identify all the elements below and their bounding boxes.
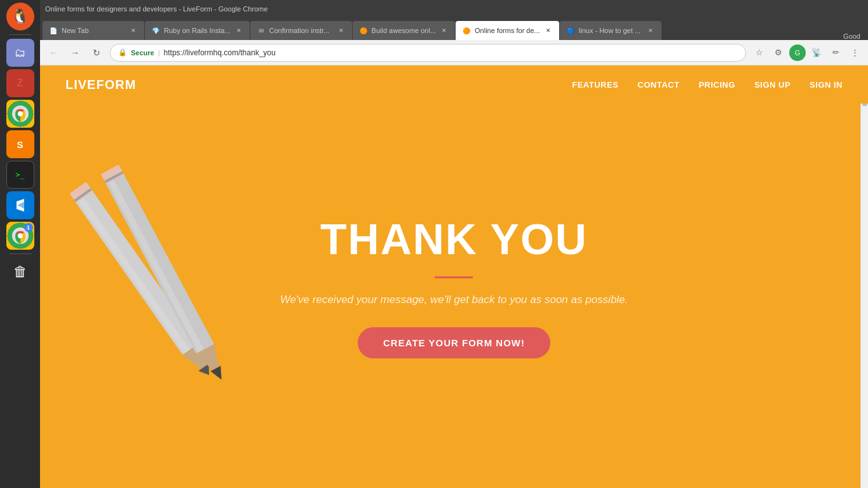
- site-nav: FEATURES CONTACT PRICING SIGN UP SIGN IN: [572, 80, 843, 90]
- tab-ruby-label: Ruby on Rails Insta...: [164, 27, 231, 34]
- tab-ruby-favicon: 💎: [151, 26, 160, 35]
- tab-gmail-favicon: ✉: [257, 26, 266, 35]
- address-field[interactable]: 🔒 Secure | https://liveformhq.com/thank_…: [110, 44, 746, 62]
- more-icon[interactable]: ⋮: [846, 44, 863, 61]
- tab-liveform-active[interactable]: 🟠 Online forms for de... ✕: [456, 21, 559, 40]
- tab-new-favicon: 📄: [49, 26, 58, 35]
- tab-lf-active-favicon: 🟠: [462, 26, 471, 35]
- dock-item-terminal[interactable]: >_: [6, 161, 34, 189]
- tab-gmail-close[interactable]: ✕: [337, 26, 346, 35]
- address-url: https://liveformhq.com/thank_you: [164, 48, 276, 57]
- address-actions: ☆ ⚙ G 📡 ✏ ⋮: [751, 44, 863, 61]
- bookmark-icon[interactable]: ☆: [751, 44, 768, 61]
- site-navbar: LIVEFORM FEATURES CONTACT PRICING SIGN U…: [40, 65, 868, 104]
- tab-new-tab[interactable]: 📄 New Tab ✕: [43, 21, 144, 40]
- svg-point-3: [18, 233, 23, 238]
- tab-bar: 📄 New Tab ✕ 💎 Ruby on Rails Insta... ✕ ✉…: [40, 17, 868, 40]
- cast-icon[interactable]: 📡: [808, 44, 825, 61]
- pen-icon[interactable]: ✏: [827, 44, 844, 61]
- dock-item-chrome2[interactable]: 1: [6, 222, 34, 250]
- dock-item-trash[interactable]: 🗑: [6, 258, 34, 286]
- tab-new-label: New Tab: [62, 27, 89, 34]
- tab-bar-good: Good: [838, 32, 865, 40]
- website-content: LIVEFORM FEATURES CONTACT PRICING SIGN U…: [40, 65, 868, 488]
- tab-gmail[interactable]: ✉ Confirmation instr... ✕: [250, 21, 352, 40]
- tab-lf-build-favicon: 🟠: [359, 26, 368, 35]
- extensions-icon[interactable]: ⚙: [770, 44, 787, 61]
- reload-button[interactable]: ↻: [88, 44, 105, 61]
- window-title: Online forms for designers and developer…: [45, 5, 268, 13]
- address-separator: |: [158, 49, 160, 57]
- hero-subtitle: We've received your message, we'll get b…: [280, 291, 628, 308]
- tab-lf-active-label: Online forms for de...: [475, 27, 540, 34]
- dock-item-slides[interactable]: S: [6, 130, 34, 158]
- dock-item-files[interactable]: 🗂: [6, 39, 34, 67]
- nav-signup[interactable]: SIGN UP: [754, 80, 790, 90]
- tab-linux-label: linux - How to get ...: [579, 27, 641, 34]
- secure-label: Secure: [131, 49, 154, 57]
- hero-content: THANK YOU We've received your message, w…: [280, 214, 628, 358]
- os-dock: 🐧 🗂 Z S >_ 1 🗑: [0, 0, 40, 488]
- secure-icon: 🔒: [118, 48, 127, 57]
- back-button[interactable]: ←: [45, 44, 62, 61]
- tab-gmail-label: Confirmation instr...: [269, 27, 330, 34]
- nav-features[interactable]: FEATURES: [572, 80, 618, 90]
- forward-button[interactable]: →: [67, 44, 83, 61]
- site-logo[interactable]: LIVEFORM: [65, 78, 136, 92]
- scrollbar[interactable]: [860, 65, 868, 488]
- nav-contact[interactable]: CONTACT: [637, 80, 679, 90]
- hero-divider: [435, 276, 473, 278]
- dock-separator2: [9, 254, 32, 254]
- cta-button[interactable]: CREATE YOUR FORM NOW!: [358, 327, 550, 358]
- tab-new-close[interactable]: ✕: [129, 26, 138, 35]
- chrome-titlebar: Online forms for designers and developer…: [40, 0, 868, 17]
- hero-section: LIVEFORM FEATURES CONTACT PRICING SIGN U…: [40, 65, 868, 488]
- tab-liveform-build[interactable]: 🟠 Build awesome onl... ✕: [353, 21, 456, 40]
- dock-item-zeal[interactable]: Z: [6, 69, 34, 97]
- address-bar: ← → ↻ 🔒 Secure | https://liveformhq.com/…: [40, 40, 868, 65]
- tab-linux-favicon: 🔵: [566, 26, 575, 35]
- tab-lf-build-label: Build awesome onl...: [372, 27, 437, 34]
- tab-linux-close[interactable]: ✕: [646, 26, 655, 35]
- dock-item-vscode[interactable]: [6, 191, 34, 219]
- hero-title: THANK YOU: [320, 214, 588, 264]
- dock-item-chrome[interactable]: [6, 100, 34, 128]
- tab-ruby-close[interactable]: ✕: [234, 26, 243, 35]
- dock-separator: [9, 34, 32, 35]
- browser-window: Online forms for designers and developer…: [40, 0, 868, 488]
- tab-lf-build-close[interactable]: ✕: [440, 26, 449, 35]
- nav-signin[interactable]: SIGN IN: [810, 80, 843, 90]
- tab-linux[interactable]: 🔵 linux - How to get ... ✕: [560, 21, 661, 40]
- profile-icon[interactable]: G: [789, 44, 806, 61]
- tab-lf-active-close[interactable]: ✕: [544, 26, 553, 35]
- nav-pricing[interactable]: PRICING: [698, 80, 735, 90]
- dock-item-ubuntu[interactable]: 🐧: [6, 3, 34, 30]
- tab-ruby[interactable]: 💎 Ruby on Rails Insta... ✕: [145, 21, 250, 40]
- svg-point-1: [18, 111, 23, 116]
